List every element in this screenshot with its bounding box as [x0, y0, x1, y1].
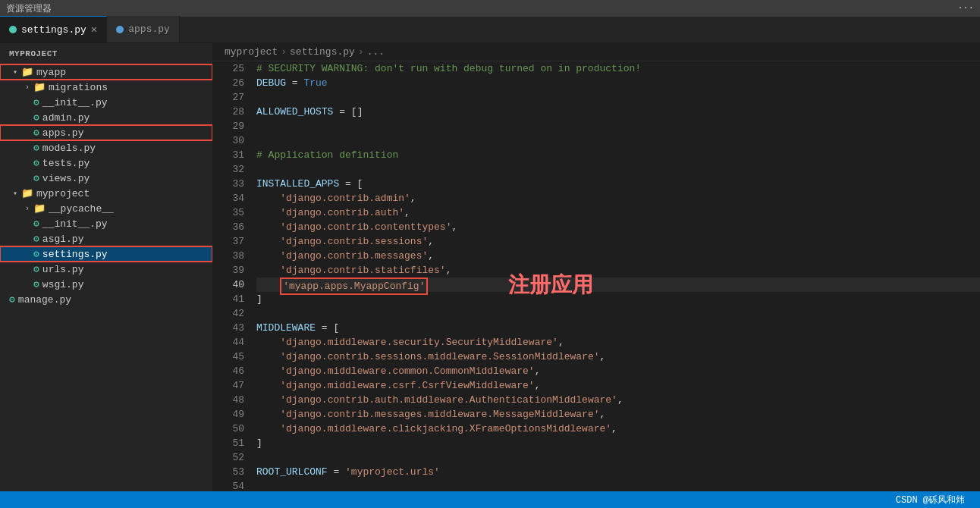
line-num-36: 36	[225, 220, 244, 234]
line-num-48: 48	[225, 393, 244, 407]
line-num-49: 49	[225, 407, 244, 422]
line-num-37: 37	[225, 234, 244, 249]
folder-icon-pycache: 📁	[33, 202, 46, 215]
breadcrumb-myproject[interactable]: myproject	[225, 46, 278, 58]
sidebar-item-urls[interactable]: ⚙ urls.py	[0, 262, 212, 277]
sidebar-item-asgi[interactable]: ⚙ asgi.py	[0, 231, 212, 246]
code-line-50: 'django.middleware.clickjacking.XFrameOp…	[256, 422, 980, 436]
sidebar-item-settings[interactable]: ⚙ settings.py	[0, 246, 212, 262]
line-num-50: 50	[225, 422, 244, 436]
sidebar-header-label: MYPROJECT	[9, 49, 58, 58]
code-line-26: DEBUG = True	[256, 76, 980, 90]
sidebar-item-manage[interactable]: ⚙ manage.py	[0, 292, 212, 307]
code-line-52	[256, 450, 980, 465]
titlebar-dots[interactable]: ···	[957, 3, 974, 14]
sidebar-item-pycache[interactable]: › 📁 __pycache__	[0, 201, 212, 216]
breadcrumb-settings[interactable]: settings.py	[290, 46, 355, 58]
code-line-29	[256, 119, 980, 133]
sidebar-item-label-urls: urls.py	[42, 264, 84, 275]
sidebar-item-init1[interactable]: ⚙ __init__.py	[0, 95, 212, 110]
chevron-down-icon-myproject: ▾	[9, 189, 21, 198]
sidebar-item-init2[interactable]: ⚙ __init__.py	[0, 216, 212, 231]
code-line-40: 'myapp.apps.MyappConfig'	[256, 278, 980, 292]
code-line-30	[256, 133, 980, 148]
code-line-37: 'django.contrib.sessions',	[256, 234, 980, 249]
code-line-31: # Application definition	[256, 148, 980, 162]
sidebar: MYPROJECT ▾ 📁 myapp › 📁 migrations ⚙ __i…	[0, 43, 212, 491]
chevron-down-icon: ▾	[9, 67, 21, 77]
sidebar-item-myapp[interactable]: ▾ 📁 myapp	[0, 64, 212, 80]
code-line-46: 'django.middleware.common.CommonMiddlewa…	[256, 364, 980, 378]
sidebar-item-views[interactable]: ⚙ views.py	[0, 171, 212, 186]
code-line-35: 'django.contrib.auth',	[256, 205, 980, 220]
tab-close-settings[interactable]: ✕	[91, 24, 97, 35]
folder-icon-migrations: 📁	[33, 81, 46, 93]
sidebar-item-label-models: models.py	[42, 143, 96, 154]
sidebar-item-wsgi[interactable]: ⚙ wsgi.py	[0, 277, 212, 292]
line-numbers: 25 26 27 28 29 30 31 32 33 34 35 36 37 3…	[212, 61, 250, 491]
python-file-icon-views: ⚙	[33, 172, 39, 184]
code-lines: # SECURITY WARNING: don't run with debug…	[250, 61, 980, 491]
python-file-icon-wsgi: ⚙	[33, 278, 39, 290]
python-file-icon-apps: ⚙	[33, 127, 39, 139]
sidebar-item-migrations[interactable]: › 📁 migrations	[0, 80, 212, 95]
sidebar-item-label-wsgi: wsgi.py	[42, 279, 84, 290]
sidebar-item-myproject[interactable]: ▾ 📁 myproject	[0, 186, 212, 201]
code-container[interactable]: 25 26 27 28 29 30 31 32 33 34 35 36 37 3…	[212, 61, 980, 491]
code-line-27	[256, 90, 980, 105]
sidebar-item-label-pycache: __pycache__	[49, 203, 114, 215]
sidebar-item-models[interactable]: ⚙ models.py	[0, 140, 212, 155]
sidebar-header: MYPROJECT	[0, 43, 212, 64]
titlebar-title: 资源管理器	[6, 2, 52, 15]
tab-label-settings: settings.py	[21, 24, 86, 36]
sidebar-item-label-migrations: migrations	[49, 82, 108, 93]
sidebar-item-apps[interactable]: ⚙ apps.py	[0, 125, 212, 140]
code-line-43: MIDDLEWARE = [	[256, 321, 980, 335]
code-line-33: INSTALLED_APPS = [	[256, 177, 980, 191]
sidebar-item-label-init2: __init__.py	[42, 218, 108, 230]
line-num-53: 53	[225, 465, 244, 479]
line-num-52: 52	[225, 450, 244, 465]
line-num-38: 38	[225, 249, 244, 263]
sidebar-item-label-settings: settings.py	[42, 249, 108, 260]
line-num-26: 26	[225, 76, 244, 90]
sidebar-item-label-myapp: myapp	[36, 67, 66, 78]
sidebar-item-label-init1: __init__.py	[42, 97, 108, 108]
statusbar-brand: CSDN @砾风和炜	[890, 494, 971, 506]
code-line-42	[256, 306, 980, 321]
line-num-46: 46	[225, 364, 244, 378]
python-file-icon-models: ⚙	[33, 142, 39, 154]
python-file-icon-manage: ⚙	[9, 293, 15, 306]
line-num-34: 34	[225, 191, 244, 205]
sidebar-item-label-asgi: asgi.py	[42, 234, 84, 245]
code-line-49: 'django.contrib.messages.middleware.Mess…	[256, 407, 980, 422]
breadcrumb: myproject › settings.py › ...	[212, 43, 980, 61]
breadcrumb-sep1: ›	[281, 46, 287, 58]
folder-icon-myproject: 📁	[21, 187, 33, 199]
chevron-right-icon-pycache: ›	[21, 205, 33, 213]
python-file-icon-init2: ⚙	[33, 218, 39, 230]
python-file-icon-admin: ⚙	[33, 111, 39, 124]
python-file-icon: ⚙	[33, 96, 39, 108]
code-line-38: 'django.contrib.messages',	[256, 249, 980, 263]
line-num-35: 35	[225, 205, 244, 220]
chevron-right-icon: ›	[21, 83, 33, 92]
tab-settings[interactable]: settings.py ✕	[0, 16, 107, 42]
breadcrumb-dots[interactable]: ...	[367, 46, 385, 58]
line-num-42: 42	[225, 306, 244, 321]
line-num-51: 51	[225, 436, 244, 450]
code-line-51: ]	[256, 436, 980, 450]
tab-apps[interactable]: apps.py	[107, 16, 180, 42]
editor-area: myproject › settings.py › ... 25 26 27 2…	[212, 43, 980, 491]
sidebar-item-tests[interactable]: ⚙ tests.py	[0, 155, 212, 171]
line-num-30: 30	[225, 133, 244, 148]
statusbar: CSDN @砾风和炜	[0, 491, 980, 508]
line-num-33: 33	[225, 177, 244, 191]
tabbar: settings.py ✕ apps.py	[0, 17, 980, 43]
line-num-40: 40	[225, 278, 244, 292]
code-line-39: 'django.contrib.staticfiles',	[256, 263, 980, 278]
sidebar-item-admin[interactable]: ⚙ admin.py	[0, 110, 212, 125]
sidebar-item-label-myproject: myproject	[36, 188, 90, 199]
sidebar-item-label-tests: tests.py	[42, 158, 90, 169]
line-num-25: 25	[225, 61, 244, 76]
